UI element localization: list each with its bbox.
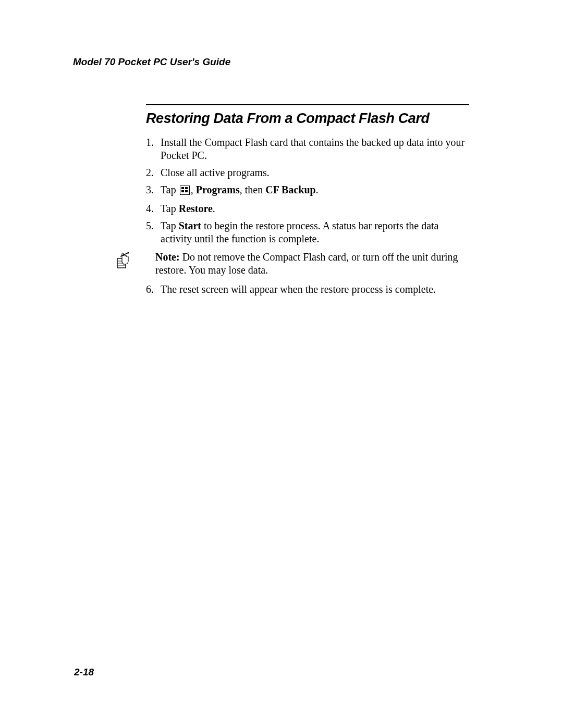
note-body-text: Do not remove the Compact Flash card, or… bbox=[155, 251, 458, 276]
text-fragment: . bbox=[316, 184, 319, 195]
text-fragment: . bbox=[213, 203, 215, 214]
page-number: 2-18 bbox=[74, 667, 94, 678]
note-block: Note: Do not remove the Compact Flash ca… bbox=[116, 251, 469, 277]
note-text: Note: Do not remove the Compact Flash ca… bbox=[155, 251, 469, 277]
step-1: 1. Install the Compact Flash card that c… bbox=[146, 136, 469, 162]
text-fragment: , then bbox=[240, 184, 265, 195]
text-fragment: Tap bbox=[161, 184, 179, 195]
document-page: Model 70 Pocket PC User's Guide Restorin… bbox=[0, 0, 563, 296]
svg-rect-4 bbox=[185, 190, 188, 192]
step-2: 2. Close all active programs. bbox=[146, 166, 469, 179]
bold-text: CF Backup bbox=[265, 184, 316, 195]
step-text: Close all active programs. bbox=[161, 166, 469, 179]
step-number: 3. bbox=[146, 183, 161, 198]
step-text: Tap Restore. bbox=[161, 202, 469, 215]
step-3: 3. Tap , Programs, then CF Backup. bbox=[146, 183, 469, 198]
bold-text: Restore bbox=[179, 203, 213, 214]
step-6: 6. The reset screen will appear when the… bbox=[146, 283, 469, 296]
svg-rect-3 bbox=[181, 190, 184, 192]
text-fragment: Tap bbox=[161, 203, 179, 214]
step-text: Tap Start to begin the restore process. … bbox=[161, 219, 469, 245]
step-5: 5. Tap Start to begin the restore proces… bbox=[146, 219, 469, 245]
step-number: 1. bbox=[146, 136, 161, 162]
bold-text: Programs bbox=[196, 184, 240, 195]
section-title: Restoring Data From a Compact Flash Card bbox=[146, 110, 469, 127]
step-text: Tap , Programs, then CF Backup. bbox=[161, 183, 469, 198]
svg-point-9 bbox=[128, 252, 129, 254]
text-fragment: , bbox=[191, 184, 196, 195]
text-fragment: to begin the restore process. A status b… bbox=[161, 220, 438, 244]
note-icon-cell bbox=[116, 251, 155, 277]
svg-rect-2 bbox=[185, 187, 188, 189]
step-number: 6. bbox=[146, 283, 161, 296]
svg-rect-1 bbox=[181, 187, 184, 189]
steps-list-continued: 6. The reset screen will appear when the… bbox=[146, 283, 469, 296]
step-text: The reset screen will appear when the re… bbox=[161, 283, 469, 296]
bold-text: Start bbox=[179, 220, 201, 231]
running-header: Model 70 Pocket PC User's Guide bbox=[73, 56, 469, 68]
step-number: 4. bbox=[146, 202, 161, 215]
step-4: 4. Tap Restore. bbox=[146, 202, 469, 215]
step-text: Install the Compact Flash card that cont… bbox=[161, 136, 469, 162]
step-number: 5. bbox=[146, 219, 161, 245]
note-hand-icon bbox=[116, 260, 131, 272]
section-divider bbox=[146, 104, 469, 105]
note-label: Note: bbox=[155, 251, 180, 263]
step-number: 2. bbox=[146, 166, 161, 179]
text-fragment: Tap bbox=[161, 220, 179, 231]
start-menu-icon bbox=[180, 185, 190, 198]
steps-list: 1. Install the Compact Flash card that c… bbox=[146, 136, 469, 245]
